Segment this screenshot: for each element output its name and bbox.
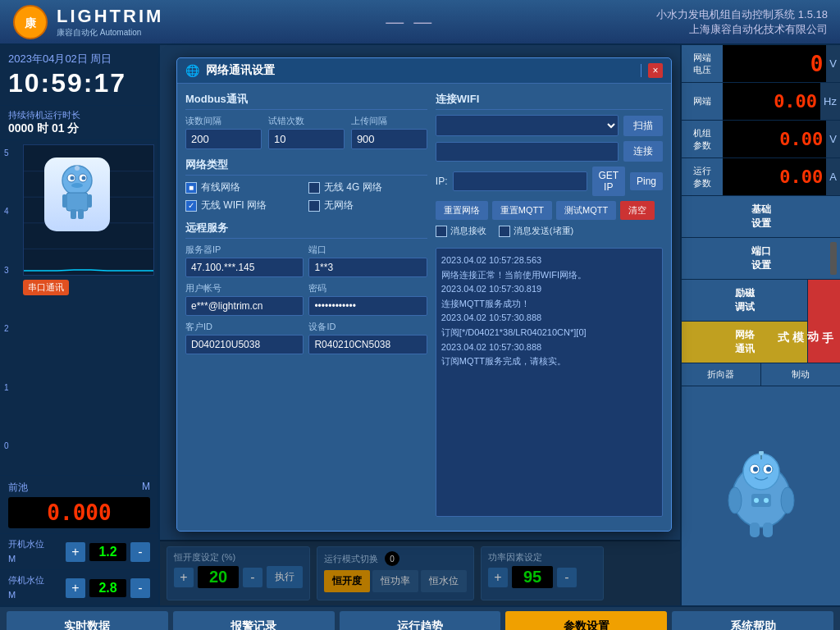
server-ip-input[interactable] [185,258,304,277]
left-panel: 2023年04月02日 周日 10:59:17 持续待机运行时长 0000 时 … [0,45,160,605]
water-level-unit: M [142,481,150,495]
water-level-label: 前池 [8,481,28,495]
manual-mode-button[interactable]: 手动模式 [807,280,840,363]
stop-level-plus[interactable]: - [130,578,150,598]
right-panel: 网端电压 0 V 网端 0.00 Hz 机组参数 0.00 V 运行参数 0.0… [680,45,840,605]
deflector-button[interactable]: 折向器 [682,363,761,386]
wifi-scan-button[interactable]: 扫描 [623,116,663,136]
msg-recv-checkbox[interactable]: 消息接收 [436,225,486,237]
meter-0: 网端电压 0 V [682,45,840,83]
remote-service-section: 远程服务 服务器IP 端口 用户帐号 [185,221,427,354]
date-display: 2023年04月02日 周日 [8,52,150,66]
meter-1: 网端 0.00 Hz [682,83,840,121]
net-opt-4g[interactable]: 无线 4G 网络 [308,180,427,194]
log-line-4: 连接MQTT服务成功！ [441,297,657,312]
modal-title: 网络通讯设置 [206,63,275,78]
meter-2: 机组参数 0.00 V [682,121,840,158]
svg-point-10 [82,176,86,180]
brake-button[interactable]: 制动 [761,363,841,386]
chart-y-4: 4 [4,207,9,216]
port-settings-button[interactable]: 端口设置 [682,238,840,280]
brand-name: LIGHTRIM [57,6,163,27]
reset-network-button[interactable]: 重置网络 [436,201,488,220]
network-type-section: 网络类型 ■ 有线网络 无线 4G 网络 ✓ [185,158,427,212]
svg-point-24 [766,467,771,472]
log-line-2: 网络连接正常！当前使用WIFI网络。 [441,268,657,283]
retry-label: 试错次数 [268,115,345,127]
start-setpoint-box: 开机水位 M + 1.2 - [0,533,158,569]
modal-close-button[interactable]: × [648,63,663,78]
clear-button[interactable]: 清空 [620,201,655,220]
wifi-title: 连接WIFI [436,92,663,110]
reset-mqtt-button[interactable]: 重置MQTT [492,201,552,220]
user-label: 用户帐号 [185,282,304,294]
server-ip-label: 服务器IP [185,244,304,256]
water-level-value: 0.000 [8,497,150,528]
realtime-data-button[interactable]: 实时数据 [7,611,168,630]
svg-rect-16 [78,209,84,219]
header-right: 小水力发电机组自动控制系统 1.5.18 上海康容自动化技术有限公司 [656,7,828,37]
chart-area: 5 4 3 2 1 0 [0,140,158,475]
start-level-minus[interactable]: + [66,542,85,562]
wifi-connect-button[interactable]: 连接 [623,141,663,162]
start-level-label: 开机水位 [8,538,44,550]
stop-level-value: 2.8 [89,579,126,597]
network-type-title: 网络类型 [185,158,427,176]
remote-title: 远程服务 [185,221,427,239]
client-id-input[interactable] [185,335,304,354]
modbus-section: Modbus通讯 读数间隔 试错次数 上传间隔 [185,92,427,149]
log-area: 2023.04.02 10:57:28.563 网络连接正常！当前使用WIFI网… [436,248,663,517]
ip-input[interactable] [453,171,587,191]
logo-area: 康 LIGHTRIM 康容自动化 Automation [12,4,163,40]
getip-button[interactable]: GET IP [592,167,625,196]
alarm-records-button[interactable]: 报警记录 [173,611,335,630]
log-line-8: 订阅MQTT服务完成，请核实。 [441,354,657,369]
net-opt-none[interactable]: 无网络 [308,199,427,212]
system-help-button[interactable]: 系统帮助 [672,611,833,630]
logo-text: LIGHTRIM 康容自动化 Automation [57,6,163,39]
log-line-1: 2023.04.02 10:57:28.563 [441,253,657,268]
stop-level-label: 停机水位 [8,574,44,587]
chart-y-0: 0 [4,441,9,450]
modal-divider [641,64,641,77]
basic-settings-button[interactable]: 基础设置 [682,196,840,238]
modal-title-icon: 🌐 [185,64,199,77]
net-opt-wifi[interactable]: ✓ 无线 WIFI 网络 [185,199,304,212]
test-mqtt-button[interactable]: 测试MQTT [556,201,616,220]
port-label: 端口 [308,244,427,256]
robot-chart [44,158,110,231]
start-level-plus[interactable]: - [130,542,150,562]
network-settings-modal: 🌐 网络通讯设置 × Modbus通讯 读数 [176,57,672,532]
param-settings-button[interactable]: 参数设置 [505,611,667,630]
msg-send-checkbox[interactable]: 消息发送(堵重) [499,225,573,237]
upload-interval-input[interactable] [351,129,427,149]
wifi-select[interactable] [436,115,619,136]
svg-rect-13 [62,194,67,208]
logo-icon: 康 [12,4,48,40]
password-input[interactable] [308,296,427,316]
stop-setpoint-box: 停机水位 M + 2.8 - [0,569,158,605]
net-opt-wired[interactable]: ■ 有线网络 [185,180,304,194]
wifi-section: 连接WIFI 扫描 连接 IP: GET IP [436,92,663,241]
modal-body: Modbus通讯 读数间隔 试错次数 上传间隔 [177,84,671,525]
port-input[interactable] [308,258,427,277]
svg-rect-15 [71,209,76,219]
start-level-unit: M [8,554,16,564]
chart-y-1: 1 [4,383,9,392]
stop-level-minus[interactable]: + [66,578,85,598]
chart-canvas [23,144,154,276]
app-title: 小水力发电机组自动控制系统 1.5.18 [656,7,828,22]
ping-button[interactable]: Ping [630,172,663,190]
operation-trend-button[interactable]: 运行趋势 [340,611,501,630]
modal-titlebar: 🌐 网络通讯设置 × [177,58,671,84]
uptime-label: 持续待机运行时长 [8,109,150,121]
wifi-password-input[interactable] [436,142,619,162]
svg-rect-14 [87,194,92,208]
read-interval-input[interactable] [185,129,262,149]
svg-point-33 [764,498,769,503]
user-input[interactable] [185,296,304,316]
retry-input[interactable] [268,129,345,149]
uptime-value: 0000 时 01 分 [8,121,150,136]
company-name: 上海康容自动化技术有限公司 [656,22,828,37]
device-id-input[interactable] [308,335,427,354]
